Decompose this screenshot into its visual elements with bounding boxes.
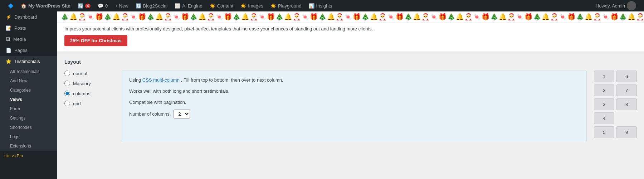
decoration-icon: 🔔 (155, 14, 163, 20)
insights-icon: 📊 (309, 3, 314, 9)
num-btn-9[interactable]: 9 (616, 126, 637, 138)
sidebar-item-add-new[interactable]: Add New (0, 76, 57, 86)
wp-logo[interactable]: 🔷 (4, 0, 17, 11)
layout-option-normal[interactable]: normal (64, 71, 114, 76)
new-content-item[interactable]: + New (111, 0, 132, 11)
images-item[interactable]: ☀️ Images (237, 0, 267, 11)
sidebar-item-form[interactable]: Form (0, 104, 57, 113)
decoration-icon: 🔔 (69, 14, 77, 20)
css-multicolumn-link[interactable]: CSS multi-column (142, 77, 180, 83)
sidebar-item-testimonials[interactable]: ⭐ Testimonials (0, 56, 57, 67)
sidebar-item-posts[interactable]: 📝 Posts (0, 23, 57, 34)
comments-item[interactable]: 💬 0 (94, 0, 111, 11)
main-content: 🎄🔔🎅🍬🎁🎄🔔🎅🍬🎁🎄🔔🎅🍬🎁🎄🔔🎅🍬🎁🎄🔔🎅🍬🎁🎄🔔🎅🍬🎁🎄🔔🎅🍬🎁🎄🔔🎅🍬🎁… (57, 11, 644, 179)
content-icon: ☀️ (210, 3, 215, 9)
decoration-icon: 🔔 (628, 14, 635, 20)
decoration-icon: 🎅 (121, 14, 129, 20)
num-btn-2[interactable]: 2 (594, 84, 614, 96)
decoration-icon: 🍬 (172, 14, 180, 20)
sidebar-item-views[interactable]: Views (0, 95, 57, 104)
sidebar-item-lite-vs-pro[interactable]: Lite vs Pro (0, 151, 57, 161)
number-grid: 1 6 2 7 3 8 4 5 9 (594, 71, 637, 138)
decoration-icon: 🍬 (559, 14, 567, 20)
decoration-icon: 🎄 (104, 14, 112, 20)
sidebar-item-all-testimonials[interactable]: All Testimonials (0, 67, 57, 76)
layout-option-grid[interactable]: grid (64, 101, 114, 106)
images-icon: ☀️ (240, 3, 246, 9)
decoration-icon: 🎁 (267, 14, 275, 20)
decoration-icon: 🍬 (430, 14, 438, 20)
pages-icon: 📄 (6, 48, 11, 53)
layout-radio-grid[interactable] (64, 101, 70, 106)
layout-section-label: Layout (64, 59, 637, 65)
decoration-icon: 🎄 (447, 14, 455, 20)
decoration-icon: 🍬 (516, 14, 524, 20)
blog2social-item[interactable]: 🔃 Blog2Social (132, 0, 171, 11)
num-btn-5[interactable]: 5 (594, 126, 614, 138)
playground-item[interactable]: ☀️ Playground (267, 0, 305, 11)
decoration-icon: 🎁 (353, 14, 361, 20)
decoration-icon: 🎄 (190, 14, 197, 20)
decoration-icon: 🎄 (533, 14, 541, 20)
layout-radio-masonry[interactable] (64, 81, 70, 86)
decoration-icon: 🔔 (499, 14, 507, 20)
decoration-icon: 🎁 (525, 14, 532, 20)
decoration-icon: 🎅 (336, 14, 343, 20)
decoration-icon: 🎅 (593, 14, 601, 20)
num-btn-6[interactable]: 6 (616, 71, 637, 82)
site-name[interactable]: 🏠 My WordPress Site (17, 0, 74, 11)
num-btn-4[interactable]: 4 (594, 112, 614, 124)
decoration-icon: 🔔 (327, 14, 335, 20)
decoration-icon: 🎅 (293, 14, 301, 20)
sidebar-item-shortcodes[interactable]: Shortcodes (0, 123, 57, 132)
decoration-icon: 🎁 (482, 14, 489, 20)
decoration-icon: 🎅 (78, 14, 86, 20)
content-item[interactable]: ☀️ Content (206, 0, 237, 11)
sidebar-item-categories[interactable]: Categories (0, 86, 57, 95)
decoration-icon: 🔔 (284, 14, 292, 20)
ai-engine-item[interactable]: ⬜ AI Engine (171, 0, 206, 11)
admin-bar: 🔷 🏠 My WordPress Site 🔄 4 💬 0 + New 🔃 Bl… (0, 0, 644, 11)
decoration-icon: 🍬 (258, 14, 266, 20)
columns-select[interactable]: 2 3 4 (174, 110, 190, 118)
layout-radio-columns[interactable] (64, 91, 70, 96)
christmas-cta-button[interactable]: 25% OFF for Christmas (64, 35, 127, 46)
layout-option-masonry[interactable]: Masonry (64, 81, 114, 86)
insights-item[interactable]: 📊 Insights (305, 0, 336, 11)
howdy-item[interactable]: Howdy, Admin (592, 0, 640, 11)
columns-label: Number of columns: (129, 111, 171, 117)
posts-icon: 📝 (6, 25, 11, 31)
comments-icon: 💬 (98, 3, 103, 9)
layout-info-line2: Works well with both long and short test… (129, 88, 579, 95)
decoration-icon: 🎄 (147, 14, 155, 20)
layout-option-columns-label: columns (73, 91, 90, 96)
decoration-icon: 🎁 (567, 14, 575, 20)
sidebar-item-settings[interactable]: Settings (0, 113, 57, 123)
decoration-icon: 🎄 (404, 14, 412, 20)
layout-option-grid-label: grid (73, 101, 81, 106)
sidebar-item-dashboard[interactable]: ⚡ Dashboard (0, 11, 57, 23)
decoration-icon: 🍬 (602, 14, 610, 20)
decoration-icon: 🎅 (379, 14, 386, 20)
decoration-icon: 🔔 (585, 14, 592, 20)
decoration-icon: 🎁 (181, 14, 189, 20)
decoration-icon: 🎁 (95, 14, 103, 20)
decoration-icon: 🔔 (413, 14, 421, 20)
layout-radio-normal[interactable] (64, 71, 70, 76)
sidebar-item-extensions[interactable]: Extensions (0, 141, 57, 151)
num-btn-1[interactable]: 1 (594, 71, 614, 82)
num-btn-7[interactable]: 7 (616, 84, 637, 96)
num-btn-8[interactable]: 8 (616, 98, 637, 110)
num-btn-3[interactable]: 3 (594, 98, 614, 110)
decoration-icon: 🎅 (636, 14, 644, 20)
sidebar-item-media[interactable]: 🖼 Media (0, 34, 57, 45)
decoration-icon: 🎄 (490, 14, 498, 20)
content-inner: 🎄🔔🎅🍬🎁🎄🔔🎅🍬🎁🎄🔔🎅🍬🎁🎄🔔🎅🍬🎁🎄🔔🎅🍬🎁🎄🔔🎅🍬🎁🎄🔔🎅🍬🎁🎄🔔🎅🍬🎁… (57, 11, 644, 149)
decoration-icon: 🔔 (370, 14, 378, 20)
decoration-icon: 🍬 (344, 14, 352, 20)
updates-item[interactable]: 🔄 4 (74, 0, 94, 11)
ai-engine-icon: ⬜ (175, 3, 180, 9)
sidebar-item-pages[interactable]: 📄 Pages (0, 45, 57, 56)
sidebar-item-logs[interactable]: Logs (0, 132, 57, 141)
layout-option-columns[interactable]: columns (64, 91, 114, 96)
